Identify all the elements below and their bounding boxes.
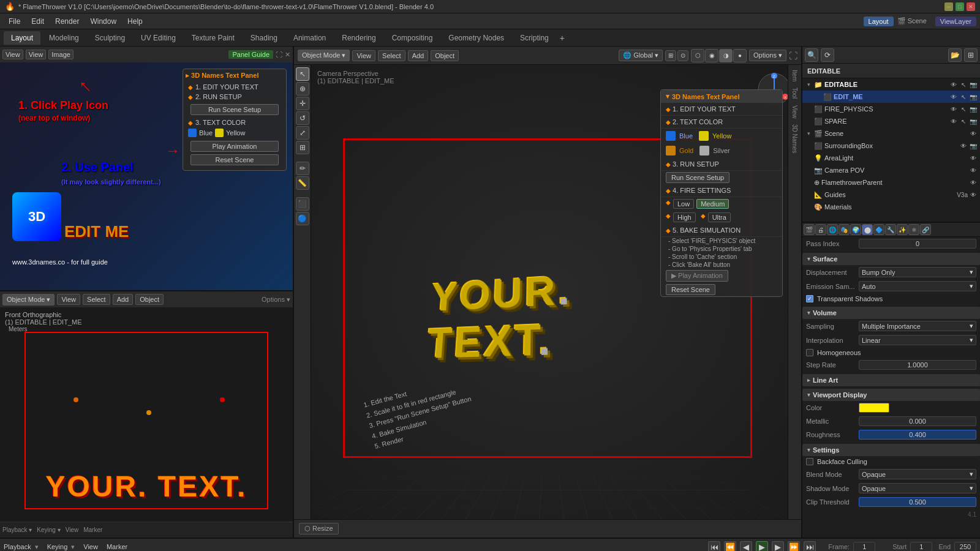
view-tab[interactable]: View <box>790 103 799 121</box>
options-btn-bl[interactable]: Options ▾ <box>262 296 290 304</box>
viewport-options[interactable]: ✕ <box>285 51 290 59</box>
eye-icon-edit-me[interactable]: 👁 <box>949 94 958 100</box>
center-viewport-maximize[interactable]: ⛶ <box>789 51 797 61</box>
sync-icon-btn[interactable]: ⟳ <box>821 48 834 62</box>
settings-section-header[interactable]: ▾ Settings <box>802 444 980 456</box>
filter-icon-btn[interactable]: 🔍 <box>805 48 818 62</box>
3dnames-tab[interactable]: 3D Names <box>790 122 799 156</box>
outliner-camera-pov[interactable]: 📷 Camera POV 👁 <box>802 164 980 176</box>
view-label-tl[interactable]: View <box>83 543 98 550</box>
select-icon-spare[interactable]: ↖ <box>959 118 968 125</box>
sampling-dropdown[interactable]: Multiple Importance ▾ <box>859 321 976 331</box>
marker-label-tl[interactable]: Marker <box>107 543 127 550</box>
scene-props-tab[interactable]: 🎭 <box>839 224 850 235</box>
expand-editable[interactable]: ▾ <box>805 81 812 88</box>
clip-threshold-value[interactable]: 0.500 <box>859 497 976 507</box>
low-quality[interactable]: Low <box>673 199 694 209</box>
select-icon-fire[interactable]: ↖ <box>959 106 968 113</box>
np-blue-swatch[interactable] <box>666 131 676 141</box>
object-props-tab[interactable]: 🔷 <box>873 224 884 235</box>
np-text-color[interactable]: ◆ 2. TEXT COLOR <box>661 116 782 129</box>
start-frame-input[interactable] <box>910 542 932 551</box>
reset-scene-btn[interactable]: Reset Scene <box>666 284 715 295</box>
scene-selector[interactable]: Layout <box>864 17 894 26</box>
volume-section-header[interactable]: ▾ Volume <box>802 307 980 319</box>
render-icon-sb[interactable]: 📷 <box>969 143 978 149</box>
marker-menu[interactable]: Marker <box>83 527 102 533</box>
transform-tool[interactable]: ⊞ <box>296 141 309 154</box>
play-btn[interactable]: ▶ <box>756 541 768 551</box>
setup-panel-button[interactable]: Panel Guide <box>228 50 273 59</box>
physics-props-tab[interactable]: ⚛ <box>908 224 919 235</box>
outliner-spare[interactable]: ⬛ SPARE 👁 ↖ 📷 <box>802 115 980 127</box>
tab-geonodes[interactable]: Geometry Nodes <box>441 31 511 45</box>
view-center[interactable]: View <box>352 50 375 61</box>
eye-icon-spare[interactable]: 👁 <box>949 118 958 125</box>
names-panel-collapse[interactable]: ▾ <box>666 92 669 100</box>
add-btn-bl[interactable]: Add <box>113 294 134 305</box>
constraint-props-tab[interactable]: 🔗 <box>920 224 931 235</box>
solid-shading[interactable]: ◉ <box>705 49 718 62</box>
render-shading[interactable]: ● <box>733 49 747 62</box>
object-mode-btn-bl[interactable]: Object Mode ▾ <box>2 294 55 305</box>
add-center[interactable]: Add <box>408 50 429 61</box>
viewport-display-section-header[interactable]: ▾ Viewport Display <box>802 389 980 401</box>
modifier-props-tab[interactable]: 🔧 <box>885 224 896 235</box>
panel-edit-text[interactable]: ◆ 1. EDIT YOUR TEXT <box>186 82 284 92</box>
surface-section-header[interactable]: ▾ Surface <box>802 253 980 265</box>
keying-menu[interactable]: Keying ▾ <box>37 527 60 533</box>
yellow-swatch[interactable] <box>215 129 224 137</box>
np-edit-text[interactable]: ◆ 1. EDIT YOUR TEXT <box>661 103 782 116</box>
tab-rendering[interactable]: Rendering <box>334 31 383 45</box>
eye-icon-g[interactable]: 👁 <box>969 192 978 198</box>
world-props-tab[interactable]: 🌍 <box>850 224 861 235</box>
tab-uv[interactable]: UV Editing <box>134 31 183 45</box>
menu-window[interactable]: Window <box>85 16 121 27</box>
tab-texture[interactable]: Texture Paint <box>184 31 242 45</box>
run-scene-setup-btn[interactable]: Run Scene Setup <box>666 172 729 183</box>
render-icon-edit-me[interactable]: 📷 <box>969 94 978 100</box>
eye-icon-fire[interactable]: 👁 <box>949 106 958 113</box>
np-yellow-swatch[interactable] <box>699 131 709 141</box>
high-quality[interactable]: High <box>673 212 696 222</box>
np-gold-swatch[interactable] <box>666 146 676 156</box>
metallic-value[interactable]: 0.000 <box>859 416 976 426</box>
minimize-button[interactable]: ─ <box>944 2 953 11</box>
eye-icon-editable[interactable]: 👁 <box>949 81 958 88</box>
view-layer-icon[interactable]: 📂 <box>948 48 962 62</box>
tab-scripting[interactable]: Scripting <box>513 31 556 45</box>
move-tool[interactable]: ✛ <box>296 97 309 110</box>
panel-run-setup[interactable]: ◆ 2. RUN SETUP <box>186 92 284 102</box>
jump-end-btn[interactable]: ⏭ <box>804 541 816 551</box>
menu-help[interactable]: Help <box>123 16 148 27</box>
viewport-maximize[interactable]: ⛶ <box>276 51 282 58</box>
play-animation-button-overlay[interactable]: Play Animation <box>190 141 279 152</box>
material-props-tab[interactable]: ⬤ <box>862 224 873 235</box>
outliner-guides[interactable]: 📐 Guides V3a 👁 <box>802 189 980 201</box>
run-scene-setup-button-overlay[interactable]: Run Scene Setup <box>190 104 279 115</box>
interpolation-dropdown[interactable]: Linear ▾ <box>859 335 976 345</box>
outliner-materials[interactable]: 🎨 Materials <box>802 201 980 213</box>
annotate-tool[interactable]: ✏ <box>296 162 309 175</box>
tab-modeling[interactable]: Modeling <box>42 31 86 45</box>
object-btn-bl[interactable]: Object <box>135 294 164 305</box>
output-props-tab[interactable]: 🖨 <box>815 224 826 235</box>
global-shading-btn[interactable]: 🌐 Global ▾ <box>619 50 663 61</box>
next-keyframe-btn[interactable]: ▶ <box>772 541 784 551</box>
playback-label[interactable]: Playback <box>4 543 31 550</box>
outliner-fire-physics[interactable]: ⬛ FIRE_PHYSICS 👁 ↖ 📷 <box>802 103 980 115</box>
step-rate-value[interactable]: 1.0000 <box>859 360 976 370</box>
close-button[interactable]: ✕ <box>967 2 975 11</box>
eye-icon-ft[interactable]: 👁 <box>969 179 978 186</box>
shadow-mode-dropdown[interactable]: Opaque ▾ <box>859 483 976 493</box>
render-icon-fire[interactable]: 📷 <box>969 106 978 113</box>
jump-start-btn[interactable]: ⏮ <box>708 541 720 551</box>
emission-dropdown[interactable]: Auto ▾ <box>859 281 976 291</box>
view2-menu[interactable]: View <box>26 50 47 59</box>
reset-scene-button-overlay[interactable]: Reset Scene <box>190 154 279 165</box>
obj-mode-center[interactable]: Object Mode ▾ <box>298 50 350 61</box>
eye-icon-cam[interactable]: 👁 <box>969 167 978 174</box>
outliner-scene[interactable]: ▾ 🎬 Scene 👁 <box>802 127 980 140</box>
menu-edit[interactable]: Edit <box>26 16 49 27</box>
expand-scene[interactable]: ▾ <box>805 130 812 137</box>
